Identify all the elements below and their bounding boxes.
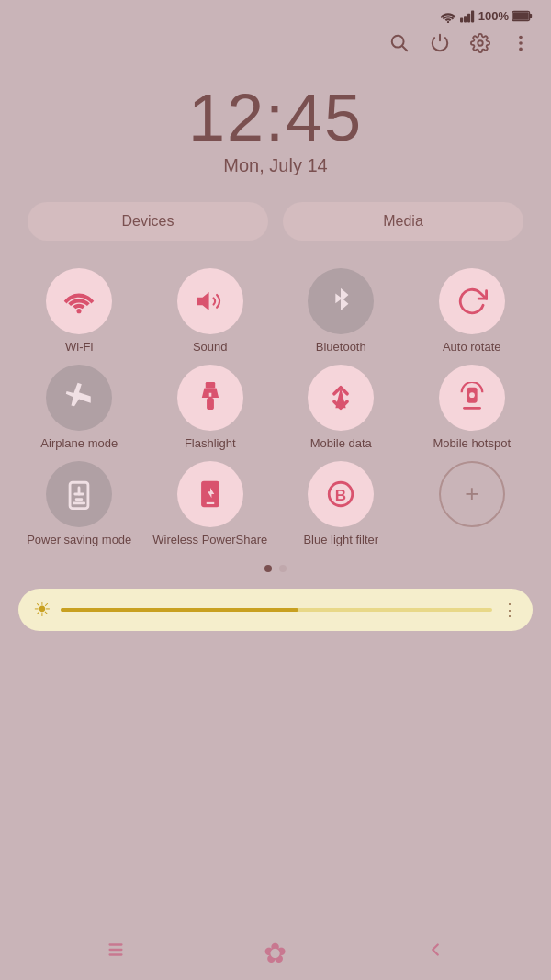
svg-point-14 [77, 309, 82, 313]
dot-2[interactable] [279, 565, 287, 572]
svg-point-11 [519, 36, 523, 39]
svg-rect-16 [206, 382, 215, 389]
tab-section: Devices Media [0, 186, 551, 250]
svg-point-13 [519, 48, 523, 51]
svg-line-9 [402, 46, 407, 51]
svg-rect-1 [460, 17, 463, 22]
wifi-icon [440, 10, 456, 23]
toggle-sound[interactable]: Sound [150, 268, 272, 355]
toggle-power-saving-label: Power saving mode [27, 533, 131, 548]
bottom-nav: ✿ [0, 925, 551, 980]
clock-date: Mon, July 14 [0, 155, 551, 176]
toggle-airplane-label: Airplane mode [40, 436, 118, 452]
toggle-sound-label: Sound [193, 340, 228, 355]
svg-point-10 [478, 40, 483, 46]
toggle-mobile-data-label: Mobile data [310, 436, 372, 452]
tab-media[interactable]: Media [283, 202, 523, 241]
toggle-blue-light-label: Blue light filter [303, 533, 378, 548]
quick-actions-bar [0, 28, 551, 63]
toggle-mobile-hotspot-label: Mobile hotspot [433, 436, 511, 452]
svg-marker-15 [197, 292, 209, 310]
svg-rect-17 [207, 398, 214, 410]
brightness-sun-icon: ☀ [33, 598, 51, 622]
battery-text: 100% [478, 9, 509, 23]
recents-icon[interactable] [106, 940, 126, 965]
status-icons: 100% [440, 9, 533, 23]
svg-point-20 [469, 392, 475, 398]
battery-icon [512, 10, 533, 22]
toggle-airplane[interactable]: Airplane mode [18, 365, 141, 452]
back-icon[interactable] [425, 940, 445, 965]
power-icon[interactable] [430, 33, 450, 58]
svg-rect-6 [513, 12, 529, 19]
settings-icon[interactable] [470, 33, 490, 58]
svg-text:B: B [335, 487, 346, 504]
toggle-auto-rotate[interactable]: Auto rotate [411, 268, 534, 355]
toggle-grid: Wi-Fi Sound Bluetooth Auto rotat [0, 250, 551, 558]
toggle-wireless-powershare[interactable]: Wireless PowerShare [150, 461, 272, 548]
dot-1[interactable] [264, 565, 272, 572]
more-icon[interactable] [511, 33, 531, 58]
tab-devices[interactable]: Devices [28, 202, 268, 241]
svg-point-0 [447, 20, 449, 22]
brightness-section[interactable]: ☀ ⋮ [18, 589, 533, 631]
brightness-fill [61, 608, 298, 612]
toggle-bluetooth[interactable]: Bluetooth [280, 268, 402, 355]
brightness-more-icon[interactable]: ⋮ [501, 600, 518, 620]
toggle-flashlight[interactable]: Flashlight [150, 365, 272, 452]
toggle-wireless-powershare-label: Wireless PowerShare [152, 533, 267, 548]
toggle-wifi-label: Wi-Fi [65, 340, 93, 355]
add-icon: + [465, 479, 478, 508]
status-bar: 100% [0, 0, 551, 28]
clock-time: 12:45 [0, 80, 551, 155]
toggle-add[interactable]: + [411, 461, 534, 548]
toggle-flashlight-label: Flashlight [185, 436, 236, 452]
svg-rect-7 [530, 14, 533, 18]
svg-point-12 [519, 41, 523, 45]
toggle-blue-light-filter[interactable]: B Blue light filter [280, 461, 402, 548]
toggle-bluetooth-label: Bluetooth [316, 340, 366, 355]
home-icon[interactable]: ✿ [264, 937, 287, 969]
toggle-mobile-hotspot[interactable]: Mobile hotspot [411, 365, 534, 452]
pagination-dots [0, 558, 551, 580]
toggle-mobile-data[interactable]: Mobile data [280, 365, 402, 452]
signal-icon [460, 10, 475, 23]
toggle-auto-rotate-label: Auto rotate [443, 340, 501, 355]
svg-rect-2 [464, 16, 467, 22]
toggle-wifi[interactable]: Wi-Fi [18, 268, 141, 355]
toggle-power-saving[interactable]: Power saving mode [18, 461, 141, 548]
search-icon[interactable] [389, 33, 410, 58]
svg-rect-4 [471, 10, 474, 22]
svg-rect-3 [467, 13, 470, 22]
brightness-bar[interactable] [61, 608, 492, 612]
clock-section: 12:45 Mon, July 14 [0, 63, 551, 186]
